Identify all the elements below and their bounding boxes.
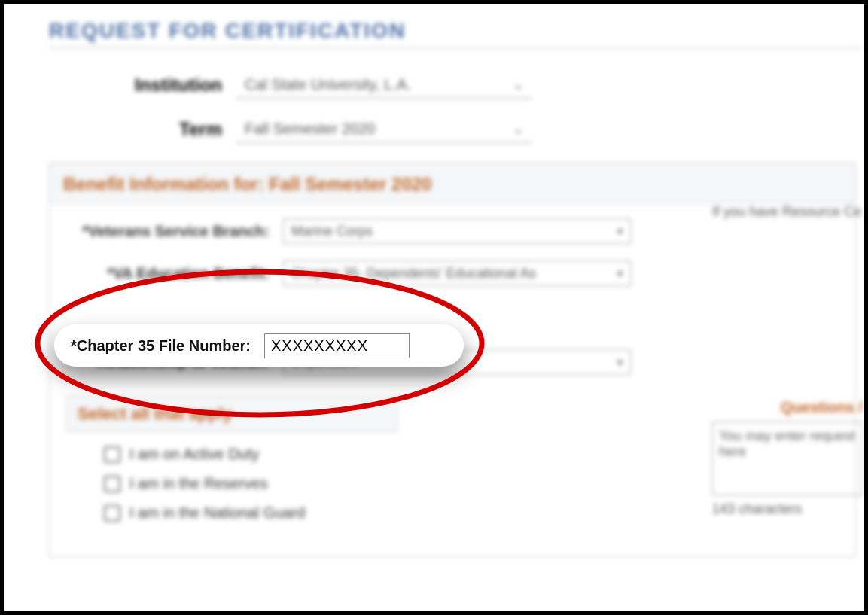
institution-value: Cal State University, L.A. bbox=[245, 76, 411, 93]
checkbox-label: I am in the Reserves bbox=[129, 475, 267, 492]
branch-select[interactable]: Marine Corps ▾ bbox=[283, 218, 631, 244]
file-number-label: *Chapter 35 File Number: bbox=[71, 337, 251, 355]
benefit-label: *VA Education Benefit: bbox=[66, 265, 270, 282]
file-number-highlight: *Chapter 35 File Number: bbox=[54, 324, 464, 367]
benefit-value: Chapter 35- Dependents' Educational As bbox=[291, 266, 536, 282]
chevron-down-icon: ⌄ bbox=[513, 78, 523, 92]
chevron-down-icon: ▾ bbox=[617, 356, 623, 368]
file-number-input[interactable] bbox=[264, 333, 410, 358]
panel-title: Benefit Information for: Fall Semester 2… bbox=[50, 163, 855, 203]
institution-label: Institution bbox=[49, 75, 222, 96]
checkbox-icon bbox=[104, 505, 120, 522]
questions-header: Questions / bbox=[781, 399, 863, 416]
chevron-down-icon: ▾ bbox=[617, 267, 623, 279]
term-select[interactable]: Fall Semester 2020 ⌄ bbox=[236, 115, 532, 143]
checkbox-icon bbox=[104, 446, 120, 463]
institution-select[interactable]: Cal State University, L.A. ⌄ bbox=[236, 71, 532, 99]
checkbox-label: I am in the National Guard bbox=[129, 504, 305, 522]
term-value: Fall Semester 2020 bbox=[245, 120, 375, 138]
char-count: 143 characters bbox=[712, 501, 863, 517]
title-divider bbox=[49, 47, 862, 48]
checkbox-icon bbox=[104, 476, 120, 492]
chevron-down-icon: ▾ bbox=[617, 225, 623, 237]
page-title: REQUEST FOR CERTIFICATION bbox=[49, 19, 864, 43]
side-note: If you have Resource Ce bbox=[712, 203, 863, 221]
term-label: Term bbox=[49, 119, 222, 140]
benefit-select[interactable]: Chapter 35- Dependents' Educational As ▾ bbox=[283, 260, 631, 286]
questions-textarea[interactable]: You may enter request here bbox=[712, 422, 863, 495]
branch-label: *Veterans Service Branch: bbox=[66, 223, 270, 240]
branch-value: Marine Corps bbox=[291, 224, 373, 239]
chevron-down-icon: ⌄ bbox=[513, 122, 523, 136]
select-all-header: Select all that apply bbox=[66, 396, 397, 432]
checkbox-label: I am on Active Duty bbox=[129, 446, 259, 463]
